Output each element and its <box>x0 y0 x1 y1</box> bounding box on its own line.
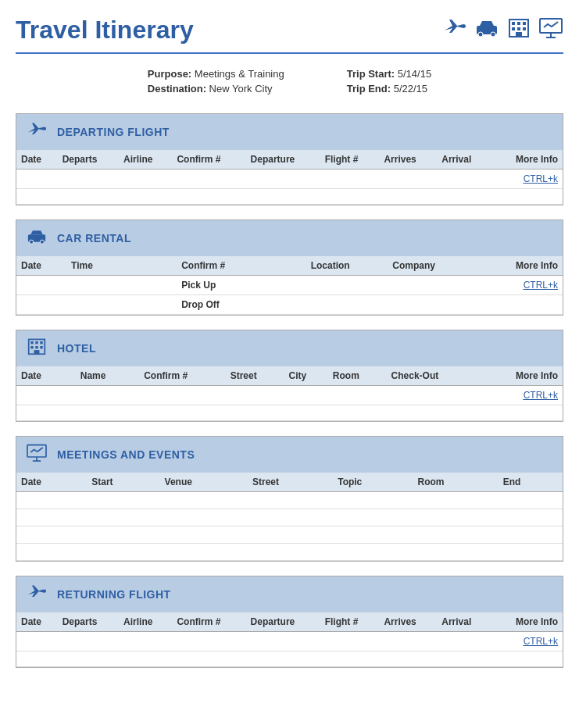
col-checkout: Check-Out <box>387 366 479 386</box>
info-right: Trip Start: 5/14/15 Trip End: 5/22/15 <box>347 68 431 98</box>
page-header: Travel Itinerary <box>16 16 563 54</box>
purpose-value: Meetings & Training <box>195 68 284 80</box>
col-street: Street <box>226 366 284 386</box>
departing-flight-section: DEPARTING FLIGHT Date Departs Airline Co… <box>16 113 563 205</box>
departing-flight-empty-row <box>16 189 563 205</box>
returning-flight-empty-row <box>16 651 563 667</box>
col-airline: Airline <box>119 150 172 170</box>
col-moreinfo: More Info <box>476 256 563 276</box>
svg-rect-21 <box>30 346 33 348</box>
departing-flight-ctrl-link[interactable]: CTRL+k <box>491 170 563 189</box>
col-airline: Airline <box>119 612 172 632</box>
svg-rect-24 <box>34 350 40 354</box>
hotel-header-row: Date Name Confirm # Street City Room Che… <box>16 366 563 386</box>
svg-rect-7 <box>512 27 515 30</box>
returning-flight-section: RETURNING FLIGHT Date Departs Airline Co… <box>16 576 563 668</box>
meetings-empty-row-1 <box>16 492 563 509</box>
trip-end-label: Trip End: <box>347 83 391 95</box>
col-date: Date <box>16 473 87 492</box>
svg-rect-10 <box>516 32 522 37</box>
svg-point-15 <box>30 240 34 244</box>
col-arrives: Arrives <box>379 150 437 170</box>
svg-rect-9 <box>523 27 526 30</box>
col-time: Time <box>66 256 119 276</box>
returning-flight-title: RETURNING FLIGHT <box>57 588 171 601</box>
hotel-ctrl-link[interactable]: CTRL+k <box>479 386 563 405</box>
svg-rect-22 <box>35 346 38 348</box>
departing-flight-header-row: Date Departs Airline Confirm # Departure… <box>16 150 563 170</box>
car-rental-icon <box>26 227 48 250</box>
car-icon <box>474 16 499 44</box>
col-venue: Venue <box>160 473 248 492</box>
car-rental-dropoff-row: Drop Off <box>16 295 563 315</box>
car-rental-header: CAR RENTAL <box>16 220 563 256</box>
header-icons <box>443 16 563 44</box>
col-moreinfo: More Info <box>479 366 563 386</box>
col-departure: Departure <box>246 612 320 632</box>
purpose-row: Purpose: Meetings & Training <box>148 68 284 80</box>
hotel-title: HOTEL <box>57 342 96 355</box>
hotel-empty-row <box>16 405 563 421</box>
col-moreinfo: More Info <box>491 150 563 170</box>
departing-flight-table: Date Departs Airline Confirm # Departure… <box>16 150 563 205</box>
trip-start-value: 5/14/15 <box>398 68 431 80</box>
svg-rect-18 <box>30 341 33 344</box>
col-flight: Flight # <box>320 150 380 170</box>
trip-start-row: Trip Start: 5/14/15 <box>347 68 431 80</box>
plane-icon <box>443 16 466 44</box>
col-confirm: Confirm # <box>139 366 226 386</box>
col-flight: Flight # <box>320 612 380 632</box>
car-rental-section: CAR RENTAL Date Time Confirm # Location … <box>16 219 563 316</box>
col-confirm: Confirm # <box>119 256 306 276</box>
trip-end-row: Trip End: 5/22/15 <box>347 83 431 95</box>
trip-info: Purpose: Meetings & Training Destination… <box>16 68 563 98</box>
hotel-section: HOTEL Date Name Confirm # Street City Ro… <box>16 330 563 422</box>
svg-rect-6 <box>523 22 526 25</box>
svg-rect-8 <box>517 27 520 30</box>
hotel-header: HOTEL <box>16 330 563 366</box>
meetings-title: MEETINGS AND EVENTS <box>57 448 195 461</box>
col-room: Room <box>328 366 387 386</box>
col-date: Date <box>16 150 58 170</box>
hotel-data-row: CTRL+k <box>16 386 563 405</box>
hotel-section-icon <box>26 337 48 360</box>
meetings-empty-row-2 <box>16 509 563 526</box>
col-name: Name <box>65 366 139 386</box>
returning-flight-table: Date Departs Airline Confirm # Departure… <box>16 612 563 667</box>
car-rental-pickup-row: Pick Up CTRL+k <box>16 276 563 295</box>
departing-flight-header: DEPARTING FLIGHT <box>16 114 563 150</box>
col-room: Room <box>413 473 499 492</box>
page-title: Travel Itinerary <box>16 16 194 45</box>
col-departs: Departs <box>58 612 119 632</box>
departing-flight-title: DEPARTING FLIGHT <box>57 126 170 138</box>
returning-flight-header-row: Date Departs Airline Confirm # Departure… <box>16 612 563 632</box>
returning-flight-data-row: CTRL+k <box>16 632 563 651</box>
meetings-header: MEETINGS AND EVENTS <box>16 437 563 473</box>
car-rental-ctrl-link[interactable]: CTRL+k <box>476 276 563 295</box>
returning-flight-ctrl-link[interactable]: CTRL+k <box>491 632 563 651</box>
hotel-table: Date Name Confirm # Street City Room Che… <box>16 366 563 421</box>
col-location: Location <box>306 256 388 276</box>
col-arrival: Arrival <box>437 612 491 632</box>
svg-rect-20 <box>40 341 42 344</box>
col-date: Date <box>16 366 65 386</box>
hotel-icon <box>507 16 531 44</box>
destination-label: Destination: <box>148 83 206 95</box>
col-departure: Departure <box>246 150 320 170</box>
purpose-label: Purpose: <box>148 68 191 80</box>
meetings-empty-row-3 <box>16 526 563 544</box>
departing-flight-data-row: CTRL+k <box>16 170 563 189</box>
col-arrival: Arrival <box>437 150 491 170</box>
col-end: End <box>499 473 563 492</box>
svg-rect-19 <box>35 341 38 344</box>
trip-start-label: Trip Start: <box>347 68 395 80</box>
meetings-table: Date Start Venue Street Topic Room End <box>16 473 563 561</box>
meetings-section: MEETINGS AND EVENTS Date Start Venue Str… <box>16 436 563 562</box>
info-left: Purpose: Meetings & Training Destination… <box>148 68 284 98</box>
col-confirm: Confirm # <box>172 612 245 632</box>
car-rental-table: Date Time Confirm # Location Company Mor… <box>16 256 563 315</box>
col-confirm: Confirm # <box>172 150 245 170</box>
svg-rect-23 <box>40 346 42 348</box>
trip-end-value: 5/22/15 <box>394 83 427 95</box>
svg-point-16 <box>40 240 44 244</box>
